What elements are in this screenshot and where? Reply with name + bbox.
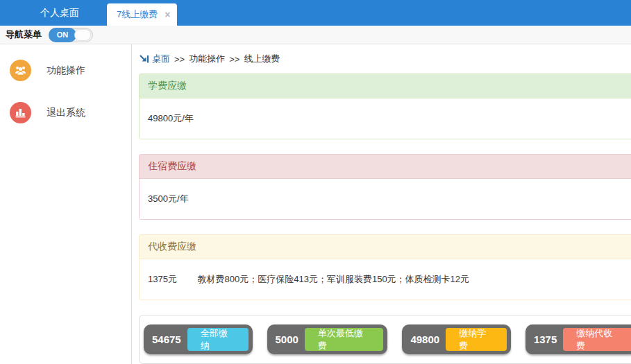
pay-tuition-label: 缴纳学费: [446, 328, 507, 351]
pay-misc-fees-label: 缴纳代收费: [563, 328, 631, 351]
panel-accommodation-title: 住宿费应缴: [140, 155, 631, 179]
sidebar-item-function-ops[interactable]: 功能操作: [0, 53, 131, 88]
toggle-on-label: ON: [49, 28, 76, 42]
navigate-arrow-icon: [139, 54, 149, 64]
misc-fees-amount: 1375元: [148, 274, 177, 284]
breadcrumb-home[interactable]: 桌面: [152, 53, 170, 65]
misc-fees-detail: 教材费800元；医疗保险413元；军训服装费150元；体质检测卡12元: [198, 274, 470, 284]
people-group-icon: [10, 60, 31, 81]
tab-online-payment[interactable]: 7线上缴费 ×: [107, 3, 177, 26]
tab-online-payment-label: 7线上缴费: [117, 8, 158, 21]
pay-minimum-label: 单次最低缴费: [305, 328, 384, 351]
close-icon[interactable]: ×: [165, 9, 170, 20]
pay-all-button[interactable]: 54675 全部缴纳: [144, 324, 253, 354]
panel-accommodation-due: 住宿费应缴 3500元/年: [139, 154, 631, 220]
pay-misc-fees-amount: 1375: [525, 333, 563, 345]
tab-personal-desktop-label: 个人桌面: [40, 7, 79, 19]
sidebar: 功能操作 退出系统: [0, 44, 132, 364]
panel-misc-fees-due: 代收费应缴 1375元 教材费800元；医疗保险413元；军训服装费150元；体…: [139, 234, 631, 300]
tab-personal-desktop[interactable]: 个人桌面: [26, 0, 93, 26]
pay-minimum-amount: 5000: [267, 333, 305, 345]
pay-tuition-button[interactable]: 49800 缴纳学费: [402, 324, 511, 354]
page-body: 功能操作 退出系统 桌: [0, 44, 631, 364]
breadcrumb-separator: >>: [229, 54, 239, 64]
panel-tuition-title: 学费应缴: [140, 74, 631, 98]
accommodation-amount: 3500元/年: [148, 193, 189, 204]
breadcrumb-separator: >>: [174, 54, 185, 64]
nav-menu-label: 导航菜单: [6, 28, 42, 41]
pay-minimum-button[interactable]: 5000 单次最低缴费: [267, 324, 388, 354]
pay-all-label: 全部缴纳: [187, 328, 249, 351]
breadcrumb: 桌面 >> 功能操作 >> 线上缴费: [139, 53, 631, 65]
sidebar-item-label: 退出系统: [47, 107, 85, 119]
nav-menu-toggle[interactable]: ON: [49, 28, 93, 42]
tuition-amount: 49800元/年: [148, 113, 194, 123]
panel-tuition-due: 学费应缴 49800元/年: [139, 73, 631, 139]
pay-tuition-amount: 49800: [402, 333, 446, 345]
pay-all-amount: 54675: [144, 333, 187, 345]
bar-chart-icon: [10, 102, 31, 123]
top-tab-bar: 个人桌面 7线上缴费 ×: [0, 0, 631, 26]
toggle-knob[interactable]: [74, 29, 91, 41]
pay-misc-fees-button[interactable]: 1375 缴纳代收费: [525, 324, 631, 354]
panel-misc-fees-body: 1375元 教材费800元；医疗保险413元；军训服装费150元；体质检测卡12…: [140, 259, 631, 300]
payment-actions-panel: 54675 全部缴纳 5000 单次最低缴费 49800 缴纳学费 1375 缴…: [139, 315, 631, 364]
nav-menu-row: 导航菜单 ON: [0, 26, 631, 44]
sidebar-item-label: 功能操作: [47, 64, 85, 77]
sidebar-item-exit-system[interactable]: 退出系统: [0, 95, 131, 130]
panel-accommodation-body: 3500元/年: [140, 179, 631, 219]
panel-misc-fees-title: 代收费应缴: [140, 235, 631, 259]
panel-tuition-body: 49800元/年: [140, 98, 631, 139]
breadcrumb-level3: 线上缴费: [244, 53, 280, 65]
main-content: 桌面 >> 功能操作 >> 线上缴费 学费应缴 49800元/年 住宿费应缴 3…: [132, 44, 631, 364]
breadcrumb-level2: 功能操作: [189, 53, 225, 65]
